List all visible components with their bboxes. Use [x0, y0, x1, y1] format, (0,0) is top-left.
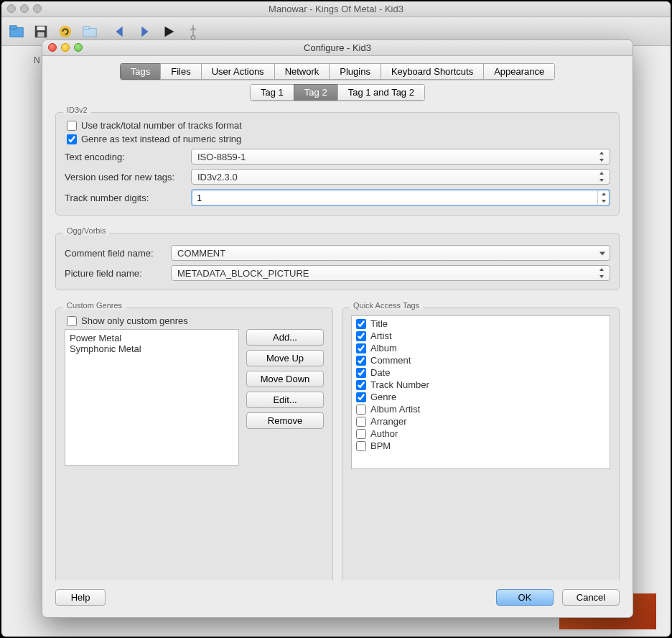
- dialog-minimize-icon[interactable]: [61, 43, 70, 52]
- revert-icon[interactable]: [57, 24, 73, 40]
- save-icon[interactable]: [33, 24, 49, 40]
- tab-files[interactable]: Files: [160, 63, 200, 80]
- quick-access-checkbox[interactable]: [356, 392, 366, 402]
- quick-access-label: Album Artist: [370, 404, 420, 415]
- zoom-icon[interactable]: [33, 4, 42, 13]
- select-arrows-icon: [599, 152, 605, 162]
- quick-access-label: Arranger: [370, 416, 407, 427]
- subtab-tag-1-and-tag-2[interactable]: Tag 1 and Tag 2: [337, 84, 425, 101]
- quick-access-item[interactable]: Title: [353, 318, 608, 330]
- quick-access-checkbox[interactable]: [356, 356, 366, 366]
- quick-access-checkbox[interactable]: [356, 319, 366, 329]
- ogg-title: Ogg/Vorbis: [63, 226, 109, 235]
- close-icon[interactable]: [7, 4, 16, 13]
- tab-tags[interactable]: Tags: [120, 63, 160, 80]
- list-item[interactable]: Power Metal: [70, 333, 234, 343]
- tab-network[interactable]: Network: [274, 63, 330, 80]
- quick-access-label: Date: [370, 367, 390, 378]
- text-encoding-label: Text encoding:: [65, 152, 185, 162]
- cancel-button[interactable]: Cancel: [562, 589, 620, 606]
- minimize-icon[interactable]: [20, 4, 29, 13]
- help-button[interactable]: Help: [55, 589, 106, 606]
- svg-rect-7: [83, 26, 89, 29]
- svg-rect-3: [37, 26, 45, 30]
- edit-button[interactable]: Edit...: [246, 392, 324, 408]
- quick-access-checkbox[interactable]: [356, 368, 366, 378]
- tab-keyboard-shortcuts[interactable]: Keyboard Shortcuts: [381, 63, 483, 80]
- quick-access-item[interactable]: Comment: [353, 354, 608, 366]
- dialog-zoom-icon[interactable]: [74, 43, 83, 52]
- next-icon[interactable]: [136, 24, 152, 40]
- quick-access-item[interactable]: Author: [353, 427, 608, 440]
- track-digits-spinner[interactable]: [191, 189, 610, 206]
- use-track-total-checkbox[interactable]: [67, 121, 77, 131]
- folder-icon[interactable]: [82, 24, 98, 40]
- sidebar-header-label: N: [34, 55, 40, 65]
- configure-dialog: Configure - Kid3 TagsFilesUser ActionsNe…: [42, 40, 633, 618]
- quick-access-list[interactable]: TitleArtistAlbumCommentDateTrack NumberG…: [351, 315, 610, 469]
- quick-access-checkbox[interactable]: [356, 331, 366, 341]
- quick-access-label: Artist: [370, 330, 392, 341]
- custom-genres-section: Custom Genres Show only custom genres Po…: [55, 308, 333, 581]
- prev-icon[interactable]: [112, 24, 128, 40]
- tab-appearance[interactable]: Appearance: [483, 63, 555, 80]
- quick-access-item[interactable]: Artist: [353, 330, 608, 342]
- quick-access-checkbox[interactable]: [356, 380, 366, 390]
- track-digits-label: Track number digits:: [65, 193, 185, 203]
- id3v2-title: ID3v2: [63, 106, 91, 114]
- spinner-up-icon[interactable]: [598, 190, 609, 198]
- dialog-close-icon[interactable]: [48, 43, 57, 52]
- custom-genres-list[interactable]: Power MetalSymphonic Metal: [65, 329, 239, 466]
- play-icon[interactable]: [161, 24, 177, 40]
- list-item[interactable]: Symphonic Metal: [70, 343, 234, 354]
- text-encoding-select[interactable]: ISO-8859-1: [191, 149, 610, 165]
- version-label: Version used for new tags:: [65, 172, 185, 182]
- genre-as-text-label: Genre as text instead of numeric string: [81, 134, 241, 144]
- quick-access-item[interactable]: Genre: [353, 391, 608, 403]
- quick-access-checkbox[interactable]: [356, 343, 366, 353]
- quick-access-checkbox[interactable]: [356, 429, 366, 439]
- usb-icon[interactable]: [185, 24, 201, 40]
- dropdown-arrow-icon: [599, 252, 605, 256]
- main-titlebar: Manowar - Kings Of Metal - Kid3: [1, 1, 671, 17]
- comment-field-label: Comment field name:: [65, 248, 165, 259]
- picture-field-select[interactable]: METADATA_BLOCK_PICTURE: [171, 265, 610, 281]
- spinner-down-icon[interactable]: [598, 198, 609, 205]
- quick-access-label: Genre: [370, 392, 396, 402]
- quick-access-item[interactable]: BPM: [353, 440, 608, 452]
- tab-plugins[interactable]: Plugins: [329, 63, 381, 80]
- add-button[interactable]: Add...: [246, 329, 324, 346]
- top-tabs: TagsFilesUser ActionsNetworkPluginsKeybo…: [120, 63, 556, 80]
- svg-point-5: [60, 25, 72, 37]
- subtab-tag-2[interactable]: Tag 2: [294, 84, 337, 101]
- quick-access-item[interactable]: Date: [353, 366, 608, 379]
- quick-access-section: Quick Access Tags TitleArtistAlbumCommen…: [342, 308, 620, 581]
- select-arrows-icon: [599, 268, 605, 278]
- quick-access-checkbox[interactable]: [356, 404, 366, 415]
- quick-access-item[interactable]: Album Artist: [353, 403, 608, 415]
- quick-access-item[interactable]: Album: [353, 342, 608, 354]
- track-digits-input[interactable]: [192, 190, 597, 205]
- open-icon[interactable]: [9, 24, 24, 40]
- tab-user-actions[interactable]: User Actions: [201, 63, 274, 80]
- picture-field-label: Picture field name:: [65, 268, 165, 279]
- subtab-tag-1[interactable]: Tag 1: [250, 84, 294, 101]
- move-up-button[interactable]: Move Up: [246, 350, 324, 366]
- id3v2-section: ID3v2 Use track/total number of tracks f…: [55, 112, 620, 216]
- remove-button[interactable]: Remove: [246, 412, 324, 429]
- move-down-button[interactable]: Move Down: [246, 371, 324, 387]
- ok-button[interactable]: OK: [496, 589, 554, 606]
- quick-access-label: Track Number: [370, 379, 429, 390]
- comment-field-select[interactable]: COMMENT: [171, 245, 610, 261]
- custom-genres-title: Custom Genres: [63, 301, 126, 310]
- quick-access-item[interactable]: Track Number: [353, 379, 608, 391]
- main-window-title: Manowar - Kings Of Metal - Kid3: [269, 4, 403, 14]
- quick-access-checkbox[interactable]: [356, 417, 366, 427]
- version-select[interactable]: ID3v2.3.0: [191, 169, 610, 185]
- quick-access-label: Title: [370, 318, 388, 329]
- genre-as-text-checkbox[interactable]: [67, 134, 77, 144]
- use-track-total-label: Use track/total number of tracks format: [81, 120, 242, 131]
- quick-access-checkbox[interactable]: [356, 441, 366, 451]
- show-only-custom-checkbox[interactable]: [67, 316, 77, 326]
- quick-access-item[interactable]: Arranger: [353, 415, 608, 427]
